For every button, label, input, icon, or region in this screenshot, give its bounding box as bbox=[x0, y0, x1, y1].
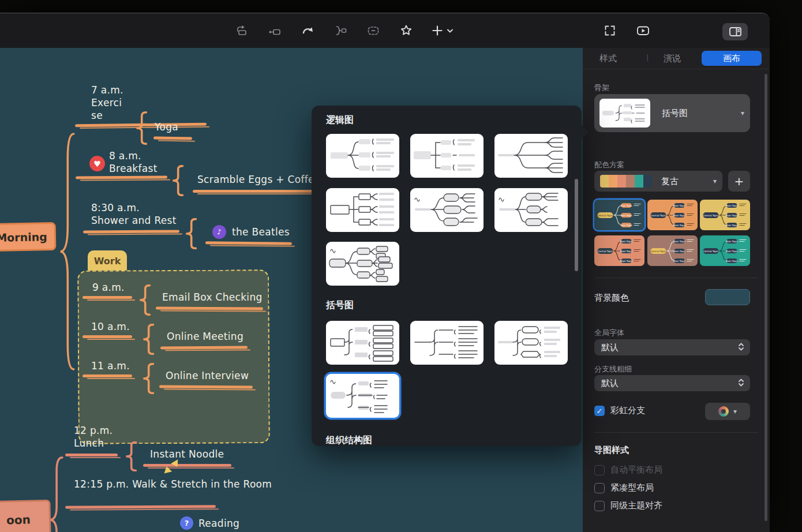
theme-swatch-retro-teal[interactable]: Central TopicMain TopicMain TopicMain To… bbox=[700, 235, 750, 266]
color-scheme-label: 配色方案 bbox=[594, 160, 624, 170]
template-thumbnail-logic-2[interactable] bbox=[410, 134, 484, 178]
svg-text:Main Topic: Main Topic bbox=[620, 214, 632, 217]
template-thumbnail-logic-6[interactable] bbox=[494, 188, 568, 232]
add-scheme-button[interactable]: + bbox=[728, 171, 750, 192]
svg-text:Main Topic: Main Topic bbox=[620, 240, 632, 243]
topic-interview[interactable]: Online Interview bbox=[166, 369, 249, 382]
theme-swatch-retro-yellow[interactable]: Central TopicMain TopicMain TopicMain To… bbox=[700, 200, 750, 230]
summary-icon[interactable] bbox=[333, 24, 347, 38]
branch-beatles bbox=[205, 241, 292, 245]
svg-text:Main Topic: Main Topic bbox=[620, 250, 632, 253]
rainbow-color-dropdown[interactable]: ▾ bbox=[705, 403, 750, 420]
question-icon: ? bbox=[180, 516, 193, 530]
sibling-align-checkbox[interactable] bbox=[594, 501, 605, 511]
chevron-down-icon: ▾ bbox=[733, 407, 737, 415]
branch-width-select[interactable]: 默认 bbox=[594, 375, 750, 391]
svg-text:Main Topic: Main Topic bbox=[673, 204, 685, 207]
background-color-swatch[interactable] bbox=[705, 289, 750, 305]
add-topic-chevron-icon[interactable] bbox=[445, 24, 455, 38]
topic-email[interactable]: Email Box Checking bbox=[162, 291, 263, 304]
topic-walk[interactable]: 12:15 p.m. Walk & Stretch in the Room bbox=[74, 478, 272, 490]
sidebar-toggle-button[interactable] bbox=[722, 23, 748, 40]
template-thumbnail-bracket-3[interactable] bbox=[494, 321, 568, 365]
branch-email bbox=[156, 307, 263, 310]
color-scheme-dropdown[interactable]: 复古 ▾ bbox=[594, 171, 722, 192]
breakfast-brace bbox=[171, 165, 183, 196]
svg-text:Central Topic: Central Topic bbox=[598, 214, 613, 217]
topic-meeting[interactable]: Online Meeting bbox=[167, 330, 243, 343]
template-thumbnail-bracket-1[interactable] bbox=[326, 321, 399, 365]
favorites-star-icon[interactable] bbox=[399, 24, 413, 38]
app-window: 7 a.m. Exerci se Yoga ♥ 8 a.m. Breakfast… bbox=[0, 13, 770, 532]
tab-presentation[interactable]: 演说 bbox=[655, 51, 689, 66]
branch-interview bbox=[159, 385, 253, 388]
work-tag[interactable]: Work bbox=[88, 250, 127, 272]
sidebar-toggle-icon bbox=[728, 25, 742, 39]
svg-text:Main Topic: Main Topic bbox=[726, 240, 738, 243]
topic-11am[interactable]: 11 a.m. bbox=[91, 359, 130, 372]
compact-layout-option[interactable]: 紧凑型布局 bbox=[594, 482, 654, 493]
skeleton-dropdown[interactable]: 括号图 ▾ bbox=[594, 94, 750, 132]
theme-swatch-retro-dark-teal[interactable]: Central TopicMain TopicMain TopicMain To… bbox=[594, 200, 644, 230]
topic-scramble-eggs[interactable]: Scramble Eggs + Coffee bbox=[197, 173, 320, 186]
rainbow-branch-option[interactable]: ✓ 彩虹分支 bbox=[594, 405, 645, 416]
detach-topic-icon[interactable] bbox=[235, 24, 249, 38]
branch-yoga bbox=[153, 136, 192, 140]
presentation-play-icon[interactable] bbox=[636, 24, 650, 38]
topic-afternoon[interactable]: oon bbox=[0, 500, 51, 532]
section-divider bbox=[594, 432, 758, 433]
compact-layout-checkbox[interactable] bbox=[594, 483, 605, 493]
popup-scrollbar[interactable] bbox=[575, 179, 578, 271]
topic-yoga[interactable]: Yoga bbox=[155, 121, 178, 133]
svg-text:Main Topic: Main Topic bbox=[726, 260, 738, 263]
auto-balance-checkbox bbox=[594, 465, 605, 475]
theme-swatch-retro-brown[interactable]: Central TopicMain TopicMain TopicMain To… bbox=[647, 235, 698, 266]
svg-text:Main Topic: Main Topic bbox=[620, 204, 632, 207]
global-font-select[interactable]: 默认 bbox=[594, 339, 750, 355]
svg-text:Main Topic: Main Topic bbox=[673, 250, 685, 253]
topic-noodle[interactable]: Instant Noodle bbox=[150, 448, 224, 460]
tab-canvas[interactable]: 画布 bbox=[702, 51, 762, 66]
undo-arrow-icon[interactable] bbox=[301, 24, 314, 38]
template-thumbnail-bracket-2[interactable] bbox=[410, 321, 484, 365]
exercise-brace bbox=[134, 111, 147, 145]
chevron-updown-icon bbox=[738, 342, 744, 353]
chevron-down-icon: ▾ bbox=[713, 177, 717, 185]
focus-brackets-icon[interactable] bbox=[603, 24, 617, 38]
section-title-logic: 逻辑图 bbox=[326, 114, 354, 126]
topic-10am[interactable]: 10 a.m. bbox=[91, 320, 130, 333]
add-topic-plus-icon[interactable] bbox=[430, 24, 444, 38]
svg-text:Main Topic: Main Topic bbox=[726, 204, 738, 207]
branch-width-value: 默认 bbox=[601, 378, 619, 389]
topic-breakfast[interactable]: 8 a.m. Breakfast bbox=[109, 149, 158, 175]
branch-10am bbox=[83, 335, 132, 338]
topic-morning[interactable]: Morning bbox=[0, 222, 56, 252]
skeleton-label: 骨架 bbox=[594, 83, 609, 93]
auto-balance-label: 自动平衡布局 bbox=[610, 464, 662, 475]
sibling-align-option[interactable]: 同级主题对齐 bbox=[594, 500, 662, 511]
topic-exercise[interactable]: 7 a.m. Exerci se bbox=[91, 84, 123, 122]
topic-shower[interactable]: 8:30 a.m. Shower and Rest bbox=[91, 201, 177, 227]
inspector-tabs: 样式 | 演说 画布 bbox=[583, 48, 770, 69]
topic-reading[interactable]: Reading bbox=[198, 517, 239, 530]
tab-style[interactable]: 样式 bbox=[591, 51, 625, 66]
template-thumbnail-logic-1[interactable] bbox=[326, 134, 399, 178]
chevron-updown-icon bbox=[738, 378, 744, 389]
template-thumbnail-logic-3[interactable] bbox=[494, 134, 568, 178]
template-thumbnail-logic-4[interactable] bbox=[326, 188, 399, 232]
panel-scrollbar[interactable] bbox=[764, 74, 767, 521]
template-thumbnail-logic-7[interactable] bbox=[326, 242, 399, 286]
topic-9am[interactable]: 9 a.m. bbox=[92, 281, 125, 294]
template-thumbnail-logic-5[interactable] bbox=[410, 188, 484, 232]
rainbow-branch-checkbox[interactable]: ✓ bbox=[594, 406, 605, 416]
popup-pointer bbox=[581, 125, 589, 140]
map-style-title: 导图样式 bbox=[594, 445, 629, 456]
topic-lunch[interactable]: 12 p.m. Lunch bbox=[74, 424, 113, 449]
theme-swatch-retro-salmon[interactable]: Central TopicMain TopicMain TopicMain To… bbox=[594, 235, 644, 266]
child-topic-icon[interactable] bbox=[268, 24, 282, 38]
theme-swatch-retro-orange[interactable]: Central TopicMain TopicMain TopicMain To… bbox=[647, 200, 698, 230]
topic-beatles[interactable]: the Beatles bbox=[232, 226, 290, 238]
boundary-icon[interactable] bbox=[366, 24, 380, 38]
template-thumbnail-bracket-4-selected[interactable] bbox=[326, 374, 399, 418]
branch-11am bbox=[83, 374, 132, 377]
